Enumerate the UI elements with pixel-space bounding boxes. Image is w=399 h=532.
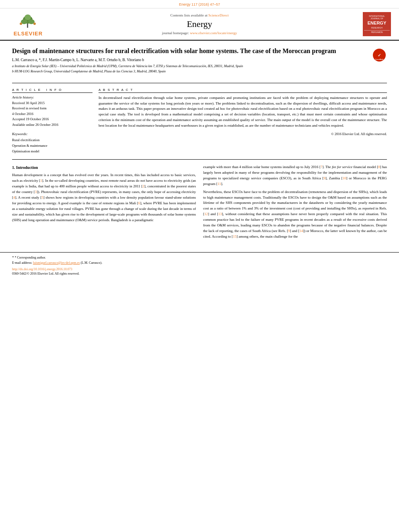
footer-email-link[interactable]: luismiguel.carrasco@ies-def.upm.es xyxy=(33,261,80,265)
top-bar: Energy 117 (2016) 47–57 xyxy=(0,0,399,8)
journal-header-right: INTERNATIONAL JOURNAL OF ENERGY RESEARCH… xyxy=(351,12,391,36)
elsevier-tree-icon xyxy=(12,12,44,30)
svg-text:✓: ✓ xyxy=(378,53,381,58)
energy-badge: INTERNATIONAL JOURNAL OF ENERGY RESEARCH… xyxy=(363,12,391,36)
intro-para-2: example with more than 4 million solar h… xyxy=(203,164,387,187)
corresponding-label: * Corresponding author. xyxy=(15,256,46,259)
contents-available: Contents lists available at ScienceDirec… xyxy=(48,13,351,17)
body-left-col: 1. Introduction Human development is a c… xyxy=(12,164,196,242)
revised-date: 4 October 2016 xyxy=(12,111,93,117)
affiliations: a Instituto de Energía Solar (IES) – Uni… xyxy=(12,64,367,74)
body-right-col: example with more than 4 million solar h… xyxy=(203,164,387,242)
journal-ref: Energy 117 (2016) 47–57 xyxy=(179,2,220,6)
accepted-date: Accepted 19 October 2016 xyxy=(12,117,93,122)
header-divider xyxy=(12,83,387,83)
doi-link[interactable]: http://dx.doi.org/10.1016/j.energy.2016.… xyxy=(12,267,72,271)
footer-email-note: (L.M. Carrasco). xyxy=(80,261,102,265)
journal-header-center: Contents lists available at ScienceDirec… xyxy=(48,13,351,35)
history-label: Article history: xyxy=(12,95,93,99)
svg-point-7 xyxy=(33,23,36,25)
available-date: Available online 26 October 2016 xyxy=(12,122,93,128)
footer-note: * * Corresponding author. xyxy=(12,255,387,261)
journal-name: Energy xyxy=(48,19,351,29)
footer-doi: http://dx.doi.org/10.1016/j.energy.2016.… xyxy=(12,267,387,271)
journal-header: ELSEVIER Contents lists available at Sci… xyxy=(0,8,399,41)
article-info-col: A R T I C L E I N F O Article history: R… xyxy=(12,88,93,154)
elsevier-text: ELSEVIER xyxy=(14,31,43,37)
article-title: Design of maintenance structures for rur… xyxy=(12,47,367,55)
keywords-label: Keywords: xyxy=(12,132,93,136)
body-divider xyxy=(12,159,387,160)
keywords-section: Keywords: Rural electrification Operatio… xyxy=(12,132,93,154)
svg-point-5 xyxy=(25,14,31,20)
star-icon: * xyxy=(12,255,14,259)
abstract-label: A B S T R A C T xyxy=(99,88,387,93)
article-authors: L.M. Carrasco a, *, F.J. Martín-Campo b,… xyxy=(12,58,367,62)
section-1-heading: 1. Introduction xyxy=(12,164,196,171)
abstract-text: In decentralised rural electrification t… xyxy=(99,95,387,129)
crossmark-block: ✓ CrossMark xyxy=(373,49,387,63)
article-title-block: Design of maintenance structures for rur… xyxy=(12,47,367,75)
keyword-3: Optimisation model xyxy=(12,148,93,154)
page-footer: * * Corresponding author. E-mail address… xyxy=(0,252,399,278)
footer-email-line: E-mail address: luismiguel.carrasco@ies-… xyxy=(12,261,387,265)
svg-point-6 xyxy=(20,23,22,25)
received-date: Received 30 April 2015 xyxy=(12,101,93,106)
keyword-1: Rural electrification xyxy=(12,137,93,143)
body-two-col: 1. Introduction Human development is a c… xyxy=(12,164,387,242)
journal-homepage-link[interactable]: www.elsevier.com/locate/energy xyxy=(190,31,237,35)
footer-issn: 0360-5442/© 2016 Elsevier Ltd. All right… xyxy=(12,272,387,275)
affiliation-b: b HUM-LOG Research Group, Universidad Co… xyxy=(12,69,367,74)
copyright-line: © 2016 Elsevier Ltd. All rights reserved… xyxy=(99,132,387,136)
journal-homepage: journal homepage: www.elsevier.com/locat… xyxy=(48,31,351,35)
email-label: E-mail address: xyxy=(12,261,32,265)
crossmark-icon: ✓ CrossMark xyxy=(373,49,386,62)
article-header: Design of maintenance structures for rur… xyxy=(12,47,387,78)
article-info-label: A R T I C L E I N F O xyxy=(12,88,93,93)
intro-para-3: Nevertheless, these ESCOs have face to t… xyxy=(203,189,387,240)
svg-text:CrossMark: CrossMark xyxy=(375,58,384,60)
info-abstract-section: A R T I C L E I N F O Article history: R… xyxy=(12,88,387,154)
article-content: Design of maintenance structures for rur… xyxy=(0,41,399,248)
sciencedirect-link[interactable]: ScienceDirect xyxy=(208,13,228,17)
received-revised-label: Received in revised form xyxy=(12,106,93,111)
elsevier-logo-block: ELSEVIER xyxy=(8,12,48,37)
affiliation-a: a Instituto de Energía Solar (IES) – Uni… xyxy=(12,64,367,68)
keyword-2: Operation & maintenance xyxy=(12,143,93,148)
article-dates: Received 30 April 2015 Received in revis… xyxy=(12,101,93,128)
intro-para-1: Human development is a concept that has … xyxy=(12,173,196,223)
abstract-col: A B S T R A C T In decentralised rural e… xyxy=(99,88,387,154)
